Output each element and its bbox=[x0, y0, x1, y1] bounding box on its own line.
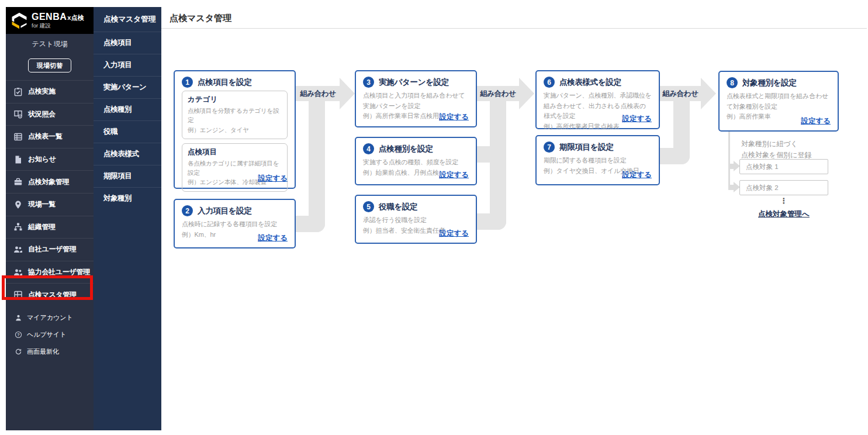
step-6-badge: 6 bbox=[544, 77, 555, 88]
step-8-badge: 8 bbox=[727, 77, 738, 88]
combine-arrow-1-vbar bbox=[309, 96, 325, 232]
configure-link-1[interactable]: 設定する bbox=[258, 174, 288, 184]
combine-arrow-2-label: 組み合わせ bbox=[476, 86, 520, 101]
svg-text:?: ? bbox=[17, 332, 20, 337]
sidebar-item-refresh-screen[interactable]: 画面最新化 bbox=[6, 343, 94, 360]
refresh-icon bbox=[15, 348, 22, 355]
page-title: 点検マスタ管理 bbox=[170, 13, 231, 24]
step-card-6: 6 点検表様式を設定 実施パターン、点検種別、承認職位を組み合わせて、出力される… bbox=[535, 70, 660, 129]
submenu-item-inspection-items[interactable]: 点検項目 bbox=[94, 32, 161, 54]
submenu-item-deadline-items[interactable]: 期限項目 bbox=[94, 165, 161, 187]
sidebar-nav: 点検実施 状況照会 点検表一覧 お知らせ 点検対象管理 現場一覧 bbox=[6, 80, 94, 306]
ellipsis-more: ⋮ bbox=[739, 196, 828, 205]
configure-link-3[interactable]: 設定する bbox=[439, 112, 469, 122]
step-2-title: 入力項目を設定 bbox=[198, 206, 252, 216]
users-icon bbox=[13, 268, 23, 277]
step-card-4: 4 点検種別を設定 実施する点検の種類、頻度を設定 例）始業前点検、月例点検 設… bbox=[355, 137, 477, 185]
status-eye-icon bbox=[13, 109, 23, 119]
sidebar-footer: マイアカウント ? ヘルプサイト 画面最新化 bbox=[6, 309, 94, 360]
configure-link-2[interactable]: 設定する bbox=[258, 233, 288, 243]
step-card-2: 2 入力項目を設定 点検時に記録する各種項目を設定 例）Km、hr 設定する bbox=[174, 199, 296, 248]
combine-arrow-2-connector-b bbox=[476, 213, 506, 230]
submenu-item-input-items[interactable]: 入力項目 bbox=[94, 54, 161, 76]
target-box-2: 点検対象 2 bbox=[739, 180, 828, 195]
sidebar-item-own-users[interactable]: 自社ユーザ管理 bbox=[6, 238, 94, 261]
configure-link-7[interactable]: 設定する bbox=[622, 170, 652, 180]
step-7-badge: 7 bbox=[544, 141, 555, 153]
submenu-item-role[interactable]: 役職 bbox=[94, 120, 161, 143]
clipboard-check-icon bbox=[13, 87, 23, 96]
combine-arrow-2-head bbox=[519, 78, 534, 109]
step-6-title: 点検表様式を設定 bbox=[559, 77, 621, 88]
logo-brand: GENBA bbox=[32, 12, 67, 22]
logo-suffix: x点検 bbox=[67, 15, 84, 21]
target-box-1: 点検対象 1 bbox=[739, 159, 828, 174]
sidebar-item-checksheet-list[interactable]: 点検表一覧 bbox=[6, 125, 94, 148]
secondary-sidebar: 点検マスタ管理 点検項目 入力項目 実施パターン 点検種別 役職 点検表様式 期… bbox=[94, 7, 161, 430]
step-5-title: 役職を設定 bbox=[379, 202, 417, 212]
sidebar-item-target-management[interactable]: 点検対象管理 bbox=[6, 170, 94, 193]
site-switch-button[interactable]: 現場切替 bbox=[28, 58, 71, 72]
sidebar-item-my-account[interactable]: マイアカウント bbox=[6, 309, 94, 326]
document-icon bbox=[13, 155, 23, 164]
combine-arrow-3-label: 組み合わせ bbox=[659, 86, 701, 101]
combine-arrow-1-label: 組み合わせ bbox=[296, 86, 340, 101]
step-5-badge: 5 bbox=[363, 201, 374, 212]
sidebar-item-notices[interactable]: お知らせ bbox=[6, 148, 94, 171]
primary-sidebar: テスト現場 現場切替 点検実施 状況照会 点検表一覧 お知らせ 点検対象管理 bbox=[6, 34, 94, 430]
sidebar-item-status-inquiry[interactable]: 状況照会 bbox=[6, 103, 94, 126]
configure-link-8[interactable]: 設定する bbox=[801, 116, 831, 126]
step-card-1: 1 点検項目を設定 カテゴリ 点検項目を分類するカテゴリを設定 例）エンジン、タ… bbox=[174, 70, 296, 189]
person-icon bbox=[15, 314, 22, 322]
target-management-link[interactable]: 点検対象管理へ bbox=[739, 209, 828, 219]
step-3-badge: 3 bbox=[363, 77, 374, 88]
map-pin-icon bbox=[13, 200, 23, 209]
step-1-title: 点検項目を設定 bbox=[198, 77, 252, 88]
step-1-badge: 1 bbox=[182, 77, 193, 88]
current-site-name: テスト現場 bbox=[6, 39, 94, 49]
table-grid-icon bbox=[13, 290, 23, 299]
combine-arrow-3-connector bbox=[659, 148, 690, 164]
sidebar-item-site-list[interactable]: 現場一覧 bbox=[6, 193, 94, 216]
step-8-title: 対象種別を設定 bbox=[742, 78, 797, 88]
users-icon bbox=[13, 245, 23, 254]
combine-arrow-1-head bbox=[340, 78, 355, 109]
combine-arrow-2-connector-a bbox=[476, 146, 506, 163]
step-card-8: 8 対象種別を設定 点検表様式と期限項目を組み合わせて対象種別を設定 例）高所作… bbox=[718, 71, 839, 132]
step-card-5: 5 役職を設定 承認を行う役職を設定 例）担当者、安全衛生責任者 設定する bbox=[355, 195, 477, 244]
target-note: 対象種別に紐づく 点検対象を個別に登録 bbox=[741, 139, 812, 160]
target-branch-line bbox=[728, 130, 730, 188]
submenu-header: 点検マスタ管理 bbox=[94, 7, 161, 32]
submenu-item-checksheet-format[interactable]: 点検表様式 bbox=[94, 143, 161, 165]
combine-arrow-2-vbar bbox=[490, 96, 506, 230]
sidebar-item-organization[interactable]: 組織管理 bbox=[6, 216, 94, 239]
step-card-3: 3 実施パターンを設定 点検項目と入力項目を組み合わせて実施パターンを設定 例）… bbox=[355, 70, 477, 127]
sidebar-item-help-site[interactable]: ? ヘルプサイト bbox=[6, 326, 94, 343]
sidebar-item-inspection-master[interactable]: 点検マスタ管理 bbox=[6, 283, 94, 306]
configure-link-6[interactable]: 設定する bbox=[622, 114, 652, 124]
subcard-category: カテゴリ 点検項目を分類するカテゴリを設定 例）エンジン、タイヤ bbox=[182, 91, 288, 139]
help-icon: ? bbox=[15, 331, 22, 339]
header-divider bbox=[161, 28, 867, 29]
configure-link-4[interactable]: 設定する bbox=[439, 170, 469, 180]
submenu-item-execution-pattern[interactable]: 実施パターン bbox=[94, 76, 161, 98]
submenu-item-target-type[interactable]: 対象種別 bbox=[94, 187, 161, 209]
logo-sub: for 建設 bbox=[32, 23, 84, 29]
sidebar-item-inspection-execute[interactable]: 点検実施 bbox=[6, 80, 94, 103]
briefcase-icon bbox=[13, 177, 23, 187]
app-logo: GENBA x点検 for 建設 bbox=[6, 7, 94, 34]
org-tree-icon bbox=[13, 222, 23, 232]
configure-link-5[interactable]: 設定する bbox=[439, 229, 469, 239]
step-card-7: 7 期限項目を設定 期限に関する各種項目を設定 例）タイヤ交換日、オイル交換日 … bbox=[535, 135, 660, 185]
step-4-badge: 4 bbox=[363, 143, 374, 154]
step-2-badge: 2 bbox=[182, 205, 193, 216]
sidebar-item-partner-users[interactable]: 協力会社ユーザ管理 bbox=[6, 261, 94, 284]
genba-hexagon-icon bbox=[11, 12, 28, 29]
submenu-item-inspection-type[interactable]: 点検種別 bbox=[94, 98, 161, 120]
combine-arrow-1-connector bbox=[296, 216, 325, 232]
step-3-title: 実施パターンを設定 bbox=[379, 77, 449, 88]
step-7-title: 期限項目を設定 bbox=[559, 142, 614, 153]
step-4-title: 点検種別を設定 bbox=[379, 144, 433, 154]
app-window: GENBA x点検 for 建設 テスト現場 現場切替 点検実施 状況照会 点検… bbox=[0, 0, 868, 435]
combine-arrow-3-head bbox=[701, 78, 716, 109]
